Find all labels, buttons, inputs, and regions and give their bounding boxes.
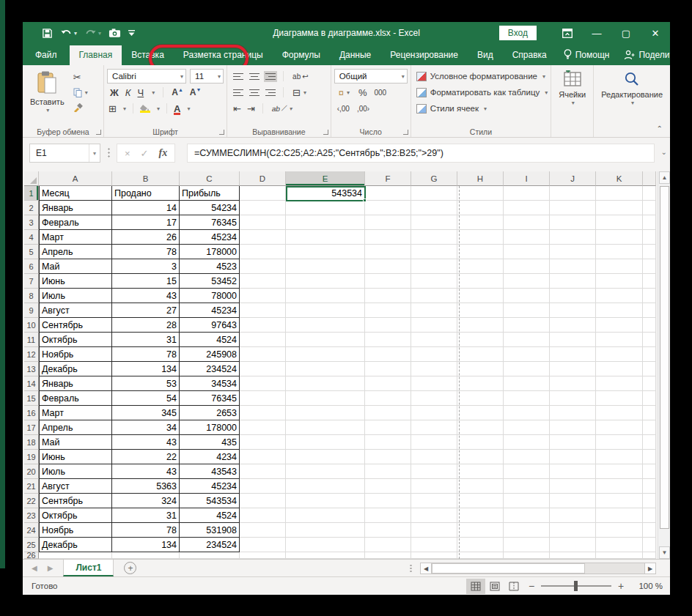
- column-header-I[interactable]: I: [504, 171, 550, 186]
- scroll-right-icon[interactable]: ▶: [644, 563, 656, 574]
- format-painter-button[interactable]: [72, 101, 89, 114]
- cell-C23[interactable]: 4524: [180, 508, 240, 523]
- cell-B2[interactable]: 14: [112, 201, 180, 215]
- cell-F3[interactable]: [365, 215, 411, 230]
- cell-E4[interactable]: [286, 230, 365, 245]
- cell-B7[interactable]: 15: [112, 274, 180, 289]
- row-header-11[interactable]: 11: [24, 333, 39, 347]
- scroll-up-icon[interactable]: ▲: [659, 171, 670, 184]
- cell-F12[interactable]: [365, 347, 411, 362]
- cell-G5[interactable]: [411, 245, 457, 259]
- formula-bar-splitter[interactable]: [108, 147, 110, 159]
- ribbon-display-options-icon[interactable]: [553, 22, 582, 44]
- cell-J9[interactable]: [550, 303, 596, 318]
- minimize-button[interactable]: —: [582, 22, 611, 44]
- zoom-in-button[interactable]: +: [613, 580, 629, 592]
- cell-D10[interactable]: [240, 318, 286, 333]
- cell-G1[interactable]: [411, 186, 457, 201]
- cell-C12[interactable]: 245908: [180, 347, 240, 362]
- cell-J17[interactable]: [550, 420, 596, 435]
- cell-A18[interactable]: Май: [39, 435, 112, 450]
- row-header-17[interactable]: 17: [24, 420, 39, 435]
- scroll-down-icon[interactable]: ▼: [659, 546, 670, 559]
- cell-J15[interactable]: [550, 391, 596, 406]
- cell-I5[interactable]: [504, 245, 550, 259]
- cell-I16[interactable]: [504, 406, 550, 420]
- cell-A20[interactable]: Июль: [39, 464, 112, 479]
- cell-B1[interactable]: Продано: [112, 186, 180, 201]
- cell-K1[interactable]: [596, 186, 643, 201]
- orientation-button[interactable]: ab⟋▾: [270, 102, 295, 115]
- cell-A25[interactable]: Декабрь: [39, 538, 112, 552]
- cell-D9[interactable]: [240, 303, 286, 318]
- cell-F11[interactable]: [365, 333, 411, 347]
- cell-A24[interactable]: Ноябрь: [39, 523, 112, 538]
- cell-H3[interactable]: [457, 215, 504, 230]
- cell-J13[interactable]: [550, 362, 596, 376]
- cell-F5[interactable]: [365, 245, 411, 259]
- tab-page-layout[interactable]: Разметка страницы: [174, 45, 273, 65]
- cell-A3[interactable]: Февраль: [39, 215, 112, 230]
- conditional-formatting-button[interactable]: Условное форматирование▾: [416, 69, 548, 84]
- row-header-5[interactable]: 5: [24, 245, 39, 259]
- column-header-J[interactable]: J: [550, 171, 596, 186]
- cell-K6[interactable]: [596, 259, 643, 274]
- font-color-button[interactable]: А: [174, 103, 180, 114]
- page-layout-view-button[interactable]: [485, 579, 504, 594]
- cell-D22[interactable]: [240, 494, 286, 508]
- cell-D21[interactable]: [240, 479, 286, 494]
- name-box[interactable]: E1▾: [29, 144, 100, 163]
- cell-A14[interactable]: Январь: [39, 376, 112, 391]
- cell-H12[interactable]: [457, 347, 504, 362]
- column-header-D[interactable]: D: [240, 171, 286, 186]
- percent-style-button[interactable]: %: [358, 87, 367, 98]
- cell-H15[interactable]: [457, 391, 504, 406]
- cell-G4[interactable]: [411, 230, 457, 245]
- align-center-icon[interactable]: [249, 89, 260, 97]
- row-header-2[interactable]: 2: [24, 201, 39, 215]
- row-header-13[interactable]: 13: [24, 362, 39, 376]
- copy-button[interactable]: ▾: [72, 86, 89, 99]
- cell-E19[interactable]: [286, 450, 365, 464]
- cell-C22[interactable]: 543534: [180, 494, 240, 508]
- cell-E3[interactable]: [286, 215, 365, 230]
- increase-indent-icon[interactable]: ⇥: [247, 103, 255, 114]
- alignment-dialog-launcher[interactable]: [323, 130, 328, 135]
- cell-E20[interactable]: [286, 464, 365, 479]
- cell-K20[interactable]: [596, 464, 643, 479]
- bold-button[interactable]: Ж: [110, 87, 119, 98]
- horizontal-scroll-thumb[interactable]: [432, 563, 585, 574]
- column-header-E[interactable]: E: [286, 171, 365, 186]
- cell-C7[interactable]: 53452: [180, 274, 240, 289]
- cell-E16[interactable]: [286, 406, 365, 420]
- cell-A9[interactable]: Август: [39, 303, 112, 318]
- cell-I7[interactable]: [504, 274, 550, 289]
- cell-B20[interactable]: 43: [112, 464, 180, 479]
- cell-J7[interactable]: [550, 274, 596, 289]
- cell-K12[interactable]: [596, 347, 643, 362]
- cell-B24[interactable]: 78: [112, 523, 180, 538]
- decrease-decimal-button[interactable]: ,00›: [357, 105, 369, 113]
- cells-button[interactable]: Ячейки ▾: [554, 67, 590, 125]
- row-header-23[interactable]: 23: [24, 508, 39, 523]
- cell-J23[interactable]: [550, 508, 596, 523]
- cell-E1[interactable]: 543534: [286, 186, 365, 201]
- cell-J14[interactable]: [550, 376, 596, 391]
- cell-A10[interactable]: Сентябрь: [39, 318, 112, 333]
- font-size-combobox[interactable]: 11▾: [190, 69, 224, 84]
- increase-font-button[interactable]: А▲: [172, 87, 183, 97]
- align-left-icon[interactable]: [233, 89, 243, 97]
- cell-A12[interactable]: Ноябрь: [39, 347, 112, 362]
- column-header-G[interactable]: G: [411, 171, 457, 186]
- cell-I9[interactable]: [504, 303, 550, 318]
- tab-insert[interactable]: Вставка: [122, 45, 174, 65]
- cell-D14[interactable]: [240, 376, 286, 391]
- cell-D19[interactable]: [240, 450, 286, 464]
- cell-G2[interactable]: [411, 201, 457, 215]
- decrease-indent-icon[interactable]: ⇤: [233, 103, 241, 114]
- redo-icon[interactable]: ▾: [84, 28, 101, 38]
- tab-help[interactable]: Справка: [503, 45, 556, 65]
- cell-I6[interactable]: [504, 259, 550, 274]
- cell-D15[interactable]: [240, 391, 286, 406]
- cell-G22[interactable]: [411, 494, 457, 508]
